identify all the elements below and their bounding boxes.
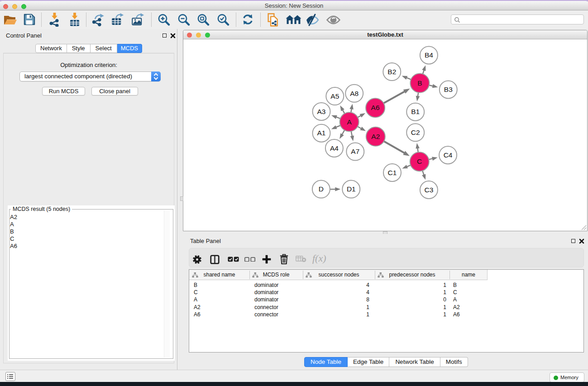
svg-text:B3: B3 <box>444 86 453 93</box>
svg-text:B4: B4 <box>425 51 433 59</box>
svg-text:C1: C1 <box>388 169 397 176</box>
svg-text:D: D <box>319 185 324 193</box>
svg-text:A5: A5 <box>330 92 339 100</box>
svg-text:D1: D1 <box>347 185 356 193</box>
svg-text:A3: A3 <box>317 108 326 115</box>
svg-text:C3: C3 <box>424 186 433 194</box>
svg-text:A7: A7 <box>351 148 359 155</box>
svg-text:A1: A1 <box>317 129 326 137</box>
svg-text:A: A <box>347 118 352 126</box>
svg-text:C4: C4 <box>444 151 453 159</box>
svg-text:A6: A6 <box>371 104 380 111</box>
svg-text:C: C <box>417 157 422 165</box>
svg-text:B1: B1 <box>411 108 420 115</box>
svg-text:B2: B2 <box>387 68 396 76</box>
svg-text:C2: C2 <box>411 129 420 136</box>
svg-text:A2: A2 <box>371 133 380 140</box>
svg-text:A4: A4 <box>330 144 339 152</box>
svg-text:B: B <box>417 79 422 87</box>
svg-text:A8: A8 <box>350 90 359 97</box>
